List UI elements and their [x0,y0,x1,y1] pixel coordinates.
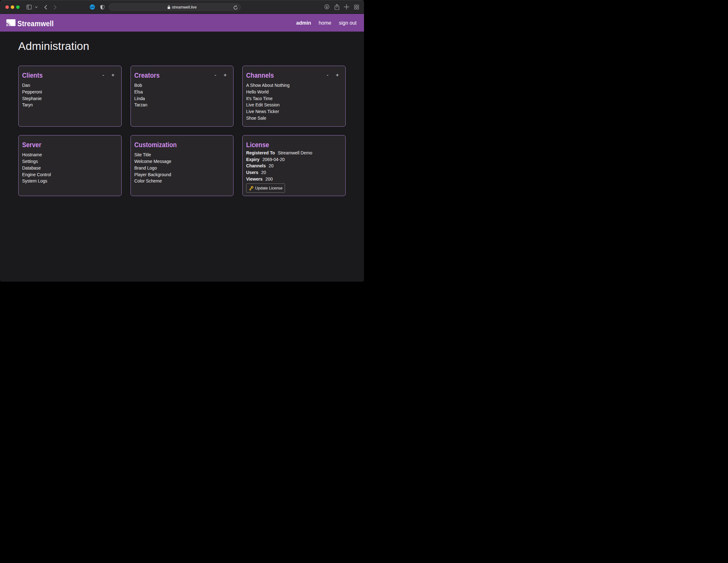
svg-text:ABP: ABP [90,6,94,8]
